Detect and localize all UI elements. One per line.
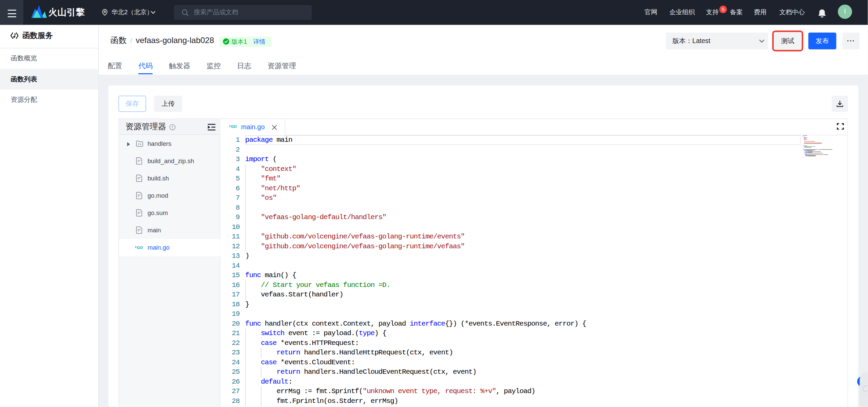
svg-text:GO: GO bbox=[137, 246, 142, 250]
svg-text:GO: GO bbox=[231, 124, 237, 129]
